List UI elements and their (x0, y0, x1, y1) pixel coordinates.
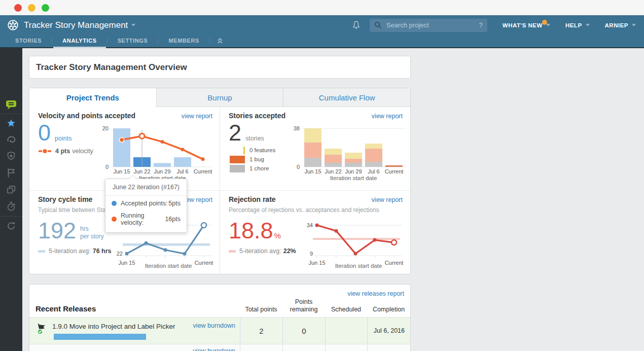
svg-text:Jul 6: Jul 6 (176, 168, 188, 174)
features-legend-swatch (243, 147, 245, 154)
svg-text:Current: Current (195, 260, 213, 266)
velocity-legend-value: 4 pts (55, 148, 70, 155)
feedback-chat-icon[interactable] (0, 99, 22, 111)
stories-legend: 0 features 1 bug 1 chore (227, 146, 275, 173)
whats-new-caret-icon (546, 24, 550, 26)
notifications-bell-icon[interactable] (352, 20, 361, 30)
nav-tab-stories[interactable]: STORIES (5, 35, 52, 47)
rejection-big-unit: % (274, 232, 281, 239)
svg-text:9: 9 (310, 251, 313, 257)
starred-panel-icon[interactable] (0, 118, 22, 129)
tooltip-label: Running velocity: (121, 212, 165, 226)
nav-tab-analytics[interactable]: ANALYTICS (52, 35, 106, 47)
svg-text:0: 0 (105, 164, 109, 170)
view-releases-report-link[interactable]: view releases report (347, 290, 404, 297)
chore-legend-swatch (230, 165, 245, 172)
collapse-nav-chevron-icon[interactable] (210, 36, 230, 47)
tooltip-label: Accepted points: (121, 200, 167, 207)
rejection-panel-title: Rejection rate (229, 195, 276, 203)
svg-text:Jul 6: Jul 6 (368, 168, 379, 174)
chart-tooltip: June 22 iteration (#167) Accepted points… (105, 179, 187, 233)
stories-panel: Stories accepted view report 2 stories 0… (220, 107, 410, 190)
search-help-icon[interactable]: ? (479, 21, 483, 29)
user-caret-icon (632, 24, 636, 26)
current-iteration-loop-icon[interactable] (0, 134, 22, 145)
svg-text:Jun 22: Jun 22 (325, 168, 341, 174)
release-name: 1.9.0 Move into Project and Label Picker (52, 323, 175, 330)
tooltip-row-running-velocity: Running velocity: 16pts (105, 208, 187, 232)
stories-view-report-link[interactable]: view report (372, 113, 403, 120)
user-menu[interactable]: ARNIEP (605, 22, 636, 28)
window-close-button[interactable] (14, 4, 22, 12)
rejection-avg-legend: 5-iteration avg: 22% (229, 248, 296, 255)
svg-text:Current: Current (194, 168, 212, 174)
sidebar (0, 48, 22, 351)
overview-title-card: Tracker Story Management Overview (29, 56, 411, 79)
bug-legend-label: 1 bug (249, 156, 264, 162)
column-header-total-points: Total points (240, 306, 282, 317)
velocity-panel-title: Velocity and points accepted (38, 112, 135, 120)
tab-project-trends[interactable]: Project Trends (29, 88, 156, 107)
tab-cumulative-flow[interactable]: Cumulative Flow (283, 88, 410, 107)
svg-text:Jun 29: Jun 29 (154, 168, 170, 174)
tooltip-row-accepted-points: Accepted points: 5pts (105, 196, 187, 208)
search-box: ? (370, 19, 487, 32)
velocity-view-report-link[interactable]: view report (182, 113, 212, 120)
epics-shield-icon[interactable] (0, 151, 22, 162)
trends-card: Project Trends Burnup Cumulative Flow Ve… (29, 88, 411, 274)
labels-flag-icon[interactable] (0, 167, 22, 179)
view-burndown-link[interactable]: view burndown (193, 347, 235, 351)
stories-big-unit: stories (245, 135, 264, 142)
recent-releases-heading: Recent Releases (29, 304, 240, 317)
release-scheduled (325, 318, 367, 344)
project-title[interactable]: Tracker Story Management (24, 20, 128, 30)
sidebar-divider (0, 114, 22, 114)
tab-burnup[interactable]: Burnup (156, 88, 283, 107)
cycle-time-panel-title: Story cycle time (38, 195, 92, 203)
svg-text:Jun 22: Jun 22 (133, 168, 150, 174)
release-row: 1.9.0 Move into Project and Label Picker… (29, 317, 410, 344)
features-legend-label: 0 features (249, 147, 275, 153)
recent-releases-card: view releases report Recent Releases Tot… (29, 284, 411, 351)
window-titlebar (0, 0, 644, 15)
svg-text:22: 22 (117, 251, 123, 257)
svg-text:Iteration start date: Iteration start date (145, 263, 192, 269)
window-minimize-button[interactable] (28, 4, 35, 12)
tracker-logo-icon[interactable] (7, 19, 19, 31)
project-title-caret-icon[interactable] (131, 24, 135, 26)
whats-new-menu[interactable]: WHAT'S NEW (503, 22, 550, 28)
velocity-legend: 4 pts velocity (38, 148, 93, 155)
nav-tab-settings[interactable]: SETTINGS (108, 35, 158, 47)
velocity-big-value: 0 (38, 121, 51, 144)
sidebar-divider (0, 216, 22, 217)
svg-text:34: 34 (307, 222, 313, 228)
username-label: ARNIEP (605, 22, 628, 28)
view-burndown-link[interactable]: view burndown (193, 322, 235, 329)
svg-text:Jun 15: Jun 15 (113, 168, 130, 174)
tooltip-value: 16pts (165, 216, 181, 223)
help-caret-icon (586, 24, 590, 26)
release-row: view burndown (29, 344, 410, 351)
app-header: Tracker Story Management ? WHAT'S NEW (0, 15, 644, 48)
stories-chart: 380Jun 15Jun 22Jun 29Jul 6CurrentIterati… (281, 125, 406, 183)
help-menu[interactable]: HELP (565, 22, 590, 28)
refresh-icon[interactable] (0, 221, 22, 232)
help-label: HELP (565, 22, 582, 28)
stopwatch-icon[interactable] (0, 201, 22, 212)
notification-dot (542, 20, 547, 25)
cycle-avg-swatch (38, 250, 45, 253)
release-points-remaining: 0 (282, 318, 325, 344)
svg-text:Iteration start date: Iteration start date (335, 263, 382, 269)
panels-icon[interactable] (0, 184, 22, 195)
rejection-subtitle: Percentage of rejections vs. acceptances… (229, 206, 379, 214)
velocity-panel: Velocity and points accepted view report… (29, 107, 220, 190)
svg-text:Jun 15: Jun 15 (118, 260, 135, 266)
nav-tab-members[interactable]: MEMBERS (158, 35, 209, 47)
search-input[interactable] (385, 21, 479, 29)
rejection-view-report-link[interactable]: view report (372, 196, 403, 203)
window-maximize-button[interactable] (42, 4, 49, 12)
release-progress-bar (54, 334, 146, 340)
velocity-chart: 200Jun 15Jun 22Jun 29Jul 6CurrentIterati… (90, 125, 215, 183)
tooltip-value: 5pts (168, 200, 181, 207)
rejection-big-value: 18.8 (229, 219, 273, 242)
